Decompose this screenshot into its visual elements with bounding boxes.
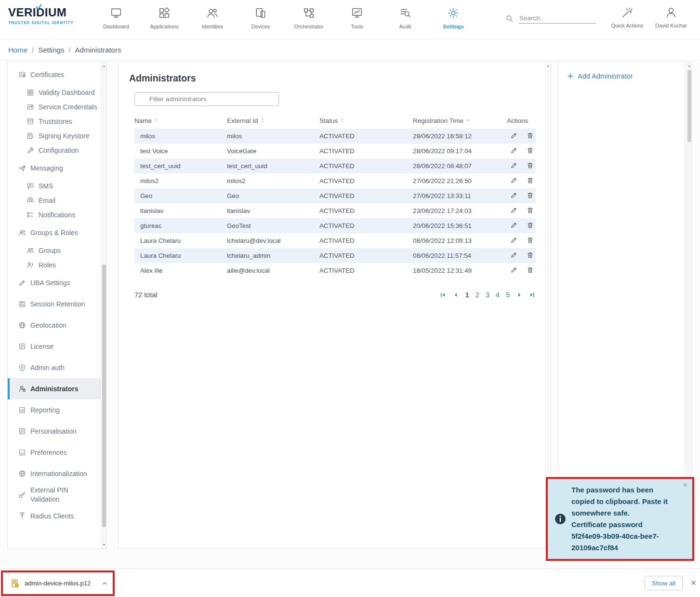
delete-button[interactable]: [527, 266, 534, 274]
page-1-button[interactable]: 1: [465, 291, 469, 299]
scrollbar-thumb[interactable]: [687, 70, 691, 142]
sidebar-item-preferences[interactable]: Preferences: [8, 442, 106, 463]
cell-external-id: test_cert_uuid: [227, 159, 319, 173]
sidebar-item-notifications[interactable]: Notifications: [8, 208, 106, 222]
page-4-button[interactable]: 4: [496, 291, 500, 299]
chevron-up-icon[interactable]: [102, 580, 108, 586]
toast-password-value: 5f2f4e09-3b09-40ca-bee7-20109ac7cf84: [571, 531, 675, 554]
sidebar-item-service-credentials[interactable]: Service Credentials: [8, 100, 106, 114]
sidebar-item-license[interactable]: License: [8, 336, 106, 357]
next-page-button[interactable]: [516, 292, 523, 298]
delete-button[interactable]: [527, 132, 534, 139]
edit-button[interactable]: [510, 177, 517, 184]
search-icon[interactable]: [505, 14, 514, 23]
download-item[interactable]: admin-device-milos.p12: [3, 572, 113, 594]
sidebar-item-uba-settings[interactable]: UBA Settings: [8, 272, 106, 293]
search-input[interactable]: [518, 13, 596, 24]
sidebar-item-messaging[interactable]: Messaging: [8, 158, 106, 179]
nav-item-tools[interactable]: Tools: [333, 0, 381, 40]
sidebar-item-personalisation[interactable]: Personalisation: [8, 421, 106, 442]
sidebar-item-certificates[interactable]: Certificates: [8, 64, 106, 85]
sidebar-item-geolocation[interactable]: Geolocation: [8, 315, 106, 336]
sidebar-item-signing-keystore[interactable]: Signing Keystore: [8, 129, 106, 143]
sort-icon: [260, 118, 265, 123]
edit-button[interactable]: [510, 237, 517, 244]
veridium-logo[interactable]: VERIDIUM TRUSTED DIGITAL IDENTITY: [8, 6, 74, 25]
sidebar-item-admin-auth[interactable]: Admin auth: [8, 357, 106, 378]
sidebar-item-roles[interactable]: Roles: [8, 258, 106, 272]
service-credentials-icon: [26, 103, 34, 111]
column-header-registration-time[interactable]: Registration Time: [413, 112, 507, 129]
brand-name: VERIDIUM: [8, 6, 66, 19]
add-administrator-button[interactable]: Add Administrator: [567, 72, 675, 80]
delete-button[interactable]: [527, 162, 534, 169]
nav-item-settings[interactable]: Settings: [429, 0, 477, 40]
user-menu[interactable]: David Kuchar: [648, 6, 694, 28]
sidebar-item-radius-clients[interactable]: Radius Clients: [8, 505, 106, 527]
scroll-up-icon[interactable]: [546, 64, 551, 68]
show-all-button[interactable]: Show all: [645, 576, 683, 590]
cell-registration-time: 29/06/2022 16:58:12: [413, 129, 507, 144]
quick-actions-button[interactable]: Quick Actions: [604, 6, 650, 28]
delete-button[interactable]: [527, 192, 534, 199]
column-header-name[interactable]: Name: [134, 112, 227, 129]
cell-external-id: milos2: [227, 173, 319, 188]
window-scrollbar[interactable]: [686, 62, 692, 547]
scroll-down-icon[interactable]: [101, 543, 106, 547]
sidebar-item-validity-dashboard[interactable]: Validity Dashboard: [8, 85, 106, 100]
table-scrollbar[interactable]: [545, 62, 551, 548]
nav-item-identities[interactable]: Identities: [188, 0, 237, 40]
edit-button[interactable]: [510, 222, 517, 229]
email-icon: [26, 197, 34, 204]
nav-item-orchestrator[interactable]: Orchestrator: [285, 0, 333, 40]
delete-button[interactable]: [527, 207, 534, 214]
sidebar-item-groups[interactable]: Groups: [8, 243, 106, 258]
prev-page-button[interactable]: [452, 292, 459, 298]
toast-close-icon[interactable]: [683, 482, 688, 488]
sidebar-item-configuration[interactable]: Configuration: [8, 143, 106, 158]
breadcrumb-item-settings[interactable]: Settings: [38, 46, 64, 54]
delete-button[interactable]: [527, 252, 534, 259]
nav-item-dashboard[interactable]: Dashboard: [92, 0, 140, 40]
edit-button[interactable]: [510, 207, 517, 214]
edit-button[interactable]: [510, 266, 517, 274]
sidebar-item-external-pin-validation[interactable]: External PIN Validation: [8, 484, 106, 505]
certificate-file-icon: [11, 579, 20, 588]
sidebar-item-groups-roles[interactable]: Groups & Roles: [8, 222, 106, 243]
page-3-button[interactable]: 3: [486, 291, 489, 299]
edit-button[interactable]: [510, 147, 517, 154]
sidebar-scrollbar[interactable]: [101, 62, 106, 549]
sidebar-item-reporting[interactable]: Reporting: [8, 399, 106, 421]
sidebar-item-truststores[interactable]: Truststores: [8, 114, 106, 129]
first-page-button[interactable]: [439, 292, 446, 298]
breadcrumb-item-home[interactable]: Home: [8, 46, 27, 54]
nav-item-applications[interactable]: Applications: [140, 0, 188, 40]
column-header-status[interactable]: Status: [319, 112, 413, 129]
scroll-up-icon[interactable]: [687, 64, 692, 68]
download-bar-close-icon[interactable]: [690, 580, 697, 586]
page-5-button[interactable]: 5: [506, 291, 510, 299]
column-header-external-id[interactable]: External Id: [227, 112, 319, 129]
filter-administrators-input[interactable]: [134, 92, 279, 106]
scrollbar-thumb[interactable]: [102, 265, 106, 527]
sidebar-item-sms[interactable]: SMS: [8, 179, 106, 193]
edit-button[interactable]: [510, 162, 517, 169]
sidebar-item-email[interactable]: Email: [8, 193, 106, 208]
edit-button[interactable]: [510, 192, 517, 199]
sidebar-item-internationalization[interactable]: Internationalization: [8, 463, 106, 484]
last-page-button[interactable]: [529, 292, 536, 298]
sidebar-item-session-retention[interactable]: Session Retention: [8, 293, 106, 315]
delete-button[interactable]: [527, 222, 534, 229]
delete-button[interactable]: [527, 237, 534, 244]
edit-button[interactable]: [510, 252, 517, 259]
nav-item-devices[interactable]: Devices: [237, 0, 285, 40]
delete-button[interactable]: [527, 147, 534, 154]
sidebar-item-label: External PIN Validation: [30, 486, 99, 504]
toast-message: The password has been copied to clipboar…: [571, 484, 675, 554]
scroll-up-icon[interactable]: [101, 64, 106, 68]
delete-button[interactable]: [527, 177, 534, 184]
edit-button[interactable]: [510, 132, 517, 139]
nav-item-audit[interactable]: Audit: [381, 0, 429, 40]
sidebar-item-administrators[interactable]: Administrators: [8, 378, 106, 399]
page-2-button[interactable]: 2: [475, 291, 479, 299]
